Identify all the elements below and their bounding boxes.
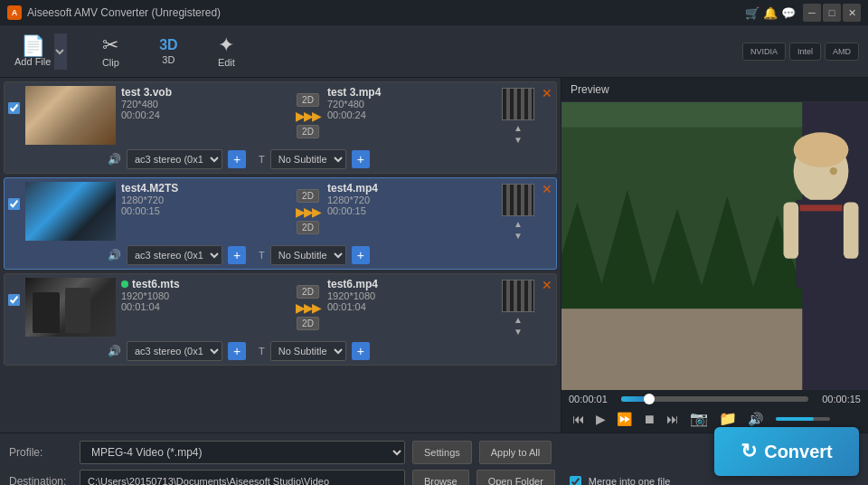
- fast-forward-button[interactable]: ⏩: [613, 410, 636, 428]
- audio-select-3[interactable]: ac3 stereo (0x1: [127, 341, 222, 361]
- subtitle-select-2[interactable]: No Subtitle: [270, 245, 346, 265]
- audio-select-1[interactable]: ac3 stereo (0x1: [127, 149, 222, 169]
- down-btn-2[interactable]: ▼: [511, 230, 525, 242]
- bell-icon[interactable]: 🔔: [763, 6, 778, 20]
- play-button[interactable]: ▶: [592, 410, 609, 428]
- film-icon-1[interactable]: [502, 88, 534, 120]
- progress-track[interactable]: [621, 396, 808, 402]
- file-thumb-1: [25, 86, 116, 145]
- file-actions-3: ▲ ▼: [502, 278, 534, 338]
- convert-button[interactable]: ↻ Convert: [714, 427, 859, 476]
- convert-icon: ↻: [741, 440, 757, 463]
- up-btn-2[interactable]: ▲: [511, 218, 525, 230]
- conv-arrow-3: 2D ▶▶▶ 2D: [296, 278, 320, 330]
- merge-checkbox[interactable]: [570, 476, 581, 486]
- up-btn-1[interactable]: ▲: [511, 122, 525, 134]
- dest-info-3: test6.mp4 1920*1080 00:01:04: [327, 278, 495, 312]
- intel-button[interactable]: Intel: [789, 43, 821, 61]
- arrows-2: ▶▶▶: [296, 204, 320, 219]
- close-btn-2[interactable]: ✕: [542, 182, 552, 196]
- svg-rect-12: [800, 204, 843, 211]
- file-checkbox-2[interactable]: [8, 198, 20, 210]
- add-audio-btn-3[interactable]: +: [228, 342, 246, 360]
- side-btns-3: ▲ ▼: [511, 314, 525, 338]
- source-size-3: 1920*1080: [121, 290, 288, 301]
- file-row-bottom-3: 🔊 ac3 stereo (0x1 + T No Subtitle +: [8, 341, 552, 361]
- add-file-dropdown[interactable]: ▼: [54, 33, 67, 70]
- edit-label: Edit: [218, 57, 235, 68]
- source-badge-3: 2D: [297, 285, 319, 299]
- edit-icon: ✦: [218, 35, 234, 55]
- close-btn-1[interactable]: ✕: [542, 86, 552, 100]
- subtitle-select-1[interactable]: No Subtitle: [270, 149, 346, 169]
- skip-end-button[interactable]: ⏭: [663, 410, 683, 428]
- amd-button[interactable]: AMD: [825, 43, 859, 61]
- subtitle-icon-1: T: [259, 154, 265, 165]
- arrows-1: ▶▶▶: [296, 109, 320, 123]
- 3d-button[interactable]: 3D 3D: [148, 34, 188, 69]
- file-info-row-2: test4.M2TS 1280*720 00:00:15 2D ▶▶▶ 2D: [121, 182, 534, 242]
- file-actions-2: ▲ ▼: [502, 182, 534, 242]
- add-subtitle-btn-3[interactable]: +: [352, 342, 370, 360]
- dest-badge-2: 2D: [297, 221, 319, 234]
- destination-input[interactable]: [80, 470, 405, 485]
- chat-icon[interactable]: 💬: [781, 6, 796, 20]
- source-filename-3: test6.mts: [132, 278, 180, 290]
- nvidia-button[interactable]: NVIDIA: [742, 43, 786, 61]
- convert-label: Convert: [764, 442, 833, 462]
- file-row-3-top: test6.mts 1920*1080 00:01:04 2D ▶▶▶ 2D: [8, 278, 552, 338]
- apply-all-button[interactable]: Apply to All: [479, 441, 552, 464]
- restore-button[interactable]: □: [823, 4, 841, 22]
- svg-rect-14: [844, 203, 859, 259]
- close-btn-3[interactable]: ✕: [542, 278, 552, 292]
- camera-button[interactable]: 📷: [686, 408, 712, 429]
- dest-size-3: 1920*1080: [327, 290, 495, 301]
- source-info-1: test 3.vob 720*480 00:00:24: [121, 86, 288, 120]
- dest-size-2: 1280*720: [327, 195, 495, 205]
- edit-button[interactable]: ✦ Edit: [206, 32, 246, 71]
- dest-dur-1: 00:00:24: [327, 109, 495, 120]
- settings-button[interactable]: Settings: [412, 441, 472, 464]
- down-btn-1[interactable]: ▼: [511, 134, 525, 146]
- up-btn-3[interactable]: ▲: [511, 314, 525, 326]
- file-checkbox-1[interactable]: [8, 102, 20, 114]
- file-row-2-top: test4.M2TS 1280*720 00:00:15 2D ▶▶▶ 2D: [8, 182, 552, 242]
- preview-video: [561, 102, 868, 390]
- file-row-bottom-1: 🔊 ac3 stereo (0x1 + T No Subtitle +: [8, 149, 552, 169]
- subtitle-select-3[interactable]: No Subtitle: [270, 341, 346, 361]
- skip-start-button[interactable]: ⏮: [569, 410, 589, 428]
- stop-button[interactable]: ⏹: [639, 410, 659, 428]
- titlebar: A Aiseesoft AMV Converter (Unregistered)…: [0, 0, 868, 25]
- film-icon-2[interactable]: [502, 184, 534, 216]
- add-audio-btn-2[interactable]: +: [228, 246, 246, 264]
- app-title: Aiseesoft AMV Converter (Unregistered): [27, 6, 745, 19]
- close-button[interactable]: ✕: [843, 4, 861, 22]
- add-subtitle-btn-2[interactable]: +: [352, 246, 370, 264]
- side-btns-1: ▲ ▼: [511, 122, 525, 146]
- cart-icon[interactable]: 🛒: [745, 6, 760, 20]
- file-checkbox-3[interactable]: [8, 294, 20, 306]
- profile-label: Profile:: [9, 446, 72, 459]
- volume-icon[interactable]: 🔊: [744, 410, 767, 428]
- add-file-button[interactable]: 📄 Add File ▼: [9, 30, 72, 73]
- file-row-2: test4.M2TS 1280*720 00:00:15 2D ▶▶▶ 2D: [4, 177, 557, 270]
- open-folder-button[interactable]: Open Folder: [476, 470, 555, 485]
- clip-button[interactable]: ✂ Clip: [90, 32, 130, 71]
- folder-button[interactable]: 📁: [715, 408, 741, 429]
- toolbar: 📄 Add File ▼ ✂ Clip 3D 3D ✦ Edit NVIDIA: [0, 25, 868, 78]
- progress-thumb[interactable]: [644, 394, 655, 404]
- source-dur-2: 00:00:15: [121, 205, 288, 216]
- film-icon-3[interactable]: [502, 280, 534, 312]
- browse-button[interactable]: Browse: [412, 470, 469, 485]
- profile-select[interactable]: MPEG-4 Video (*.mp4): [80, 441, 405, 464]
- minimize-button[interactable]: ─: [803, 4, 821, 22]
- source-info-2: test4.M2TS 1280*720 00:00:15: [121, 182, 288, 216]
- volume-track[interactable]: [776, 417, 830, 421]
- add-audio-btn-1[interactable]: +: [228, 150, 246, 168]
- intel-label: Intel: [797, 47, 813, 56]
- file-row-wrapper-2: test4.M2TS 1280*720 00:00:15 2D ▶▶▶ 2D: [4, 177, 557, 270]
- down-btn-3[interactable]: ▼: [511, 326, 525, 338]
- source-badge-1: 2D: [297, 93, 319, 107]
- audio-select-2[interactable]: ac3 stereo (0x1: [127, 245, 222, 265]
- add-subtitle-btn-1[interactable]: +: [352, 150, 370, 168]
